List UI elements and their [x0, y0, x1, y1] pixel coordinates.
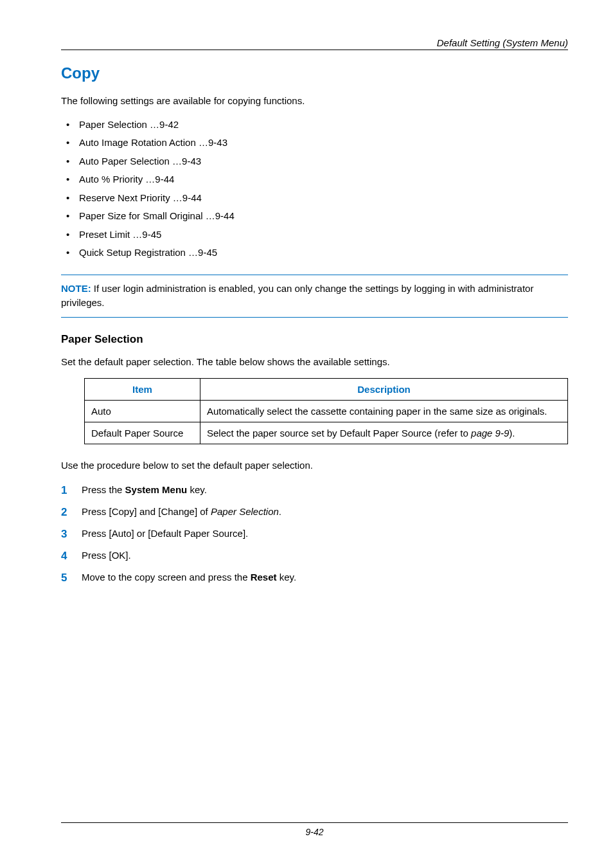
- note-block: NOTE: If user login administration is en…: [61, 275, 568, 318]
- footer-rule: [61, 822, 568, 823]
- step-pre: Press the: [82, 484, 125, 495]
- step-number: 4: [61, 547, 67, 565]
- procedure-intro: Use the procedure below to set the defau…: [61, 458, 568, 473]
- procedure-step: 3 Press [Auto] or [Default Paper Source]…: [61, 526, 568, 541]
- desc-em: page 9-9: [471, 428, 509, 439]
- procedure-step: 4 Press [OK].: [61, 548, 568, 563]
- step-bold: Reset: [251, 572, 277, 583]
- list-item: Auto % Priority …9-44: [61, 172, 568, 187]
- step-post: .: [279, 506, 281, 517]
- step-post: key.: [277, 572, 297, 583]
- note-body: If user login administration is enabled,…: [61, 283, 533, 309]
- step-em: Paper Selection: [211, 506, 279, 517]
- table-cell-description: Automatically select the cassette contai…: [200, 401, 568, 422]
- table-header-description: Description: [200, 379, 568, 401]
- settings-list: Paper Selection …9-42 Auto Image Rotatio…: [61, 118, 568, 260]
- procedure-step: 2 Press [Copy] and [Change] of Paper Sel…: [61, 504, 568, 520]
- settings-table: Item Description Auto Automatically sele…: [84, 378, 568, 444]
- step-number: 1: [61, 482, 67, 499]
- step-text: Press [OK].: [82, 550, 131, 561]
- step-number: 3: [61, 525, 67, 543]
- page-footer: 9-42: [61, 822, 568, 837]
- step-pre: Move to the copy screen and press the: [82, 572, 251, 583]
- section-intro: The following settings are available for…: [61, 94, 568, 109]
- table-header-item: Item: [85, 379, 200, 401]
- table-row: Auto Automatically select the cassette c…: [85, 401, 568, 422]
- list-item: Paper Selection …9-42: [61, 118, 568, 132]
- header-title: Default Setting (System Menu): [61, 37, 568, 48]
- section-title: Copy: [61, 64, 568, 82]
- header-rule: [61, 50, 568, 50]
- subsection-title: Paper Selection: [61, 333, 568, 346]
- footer-page-number: 9-42: [61, 827, 568, 837]
- list-item: Quick Setup Registration …9-45: [61, 246, 568, 260]
- procedure-step: 1 Press the System Menu key.: [61, 482, 568, 498]
- step-pre: Press [Copy] and [Change] of: [82, 506, 211, 517]
- page-header: Default Setting (System Menu): [61, 37, 568, 50]
- procedure-steps: 1 Press the System Menu key. 2 Press [Co…: [61, 482, 568, 585]
- table-header-row: Item Description: [85, 379, 568, 401]
- step-number: 2: [61, 503, 67, 521]
- subsection-intro: Set the default paper selection. The tab…: [61, 355, 568, 370]
- step-number: 5: [61, 569, 67, 586]
- note-text: NOTE: If user login administration is en…: [61, 282, 568, 311]
- step-text: Press [Auto] or [Default Paper Source].: [82, 528, 248, 539]
- list-item: Reserve Next Priority …9-44: [61, 191, 568, 206]
- list-item: Auto Image Rotation Action …9-43: [61, 136, 568, 150]
- list-item: Paper Size for Small Original …9-44: [61, 209, 568, 224]
- table-row: Default Paper Source Select the paper so…: [85, 422, 568, 444]
- table-cell-item: Default Paper Source: [85, 422, 200, 444]
- table-cell-item: Auto: [85, 401, 200, 422]
- desc-pre: Select the paper source set by Default P…: [207, 428, 471, 439]
- table-cell-description: Select the paper source set by Default P…: [200, 422, 568, 444]
- desc-post: ).: [509, 428, 515, 439]
- procedure-step: 5 Move to the copy screen and press the …: [61, 570, 568, 585]
- step-bold: System Menu: [125, 484, 188, 495]
- note-label: NOTE:: [61, 283, 91, 294]
- list-item: Auto Paper Selection …9-43: [61, 154, 568, 169]
- list-item: Preset Limit …9-45: [61, 228, 568, 242]
- step-post: key.: [187, 484, 207, 495]
